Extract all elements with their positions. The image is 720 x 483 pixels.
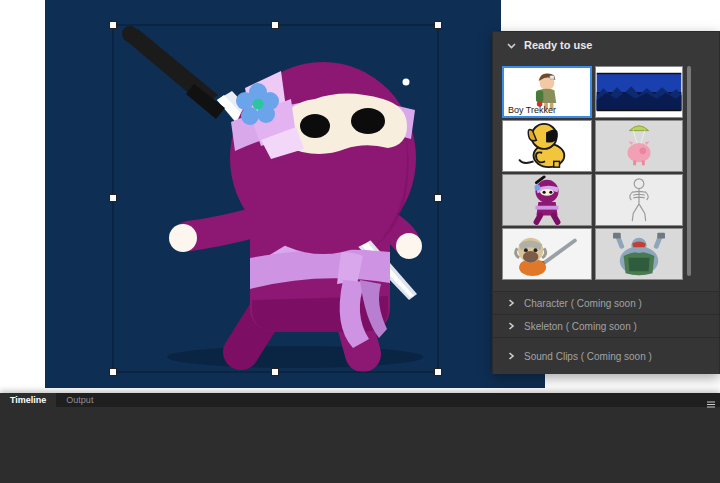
thumbnail-warrior-dog[interactable] bbox=[502, 228, 592, 280]
panel-scrollbar[interactable] bbox=[687, 66, 691, 276]
ninja-shadow bbox=[167, 346, 423, 368]
chevron-down-icon bbox=[507, 41, 516, 50]
panel-header-label: Ready to use bbox=[524, 39, 592, 51]
thumbnail-pig-parachute[interactable] bbox=[595, 120, 683, 172]
chevron-right-icon bbox=[507, 352, 515, 360]
tab-timeline[interactable]: Timeline bbox=[0, 393, 56, 407]
thumbnail-mountain-scene[interactable] bbox=[595, 66, 683, 118]
thumbnail-skeleton-sketch[interactable] bbox=[595, 174, 683, 226]
timeline-tab-bar: Timeline Output bbox=[0, 393, 720, 407]
panel-section[interactable]: Skeleton ( Coming soon ) bbox=[493, 314, 719, 337]
tab-output[interactable]: Output bbox=[56, 393, 103, 407]
chevron-right-icon bbox=[507, 299, 515, 307]
chevron-right-icon bbox=[507, 322, 515, 330]
background bbox=[501, 0, 720, 31]
stage-canvas[interactable] bbox=[45, 0, 545, 388]
assets-panel: Ready to use Boy Trekker bbox=[492, 31, 720, 374]
panel-header-ready-to-use[interactable]: Ready to use bbox=[493, 32, 719, 58]
thumbnail-purple-ninja[interactable] bbox=[502, 174, 592, 226]
ninja-character[interactable] bbox=[45, 0, 545, 388]
thumbnail-yellow-dog[interactable] bbox=[502, 120, 592, 172]
section-label: Character ( Coming soon ) bbox=[524, 298, 642, 309]
panel-section[interactable]: Character ( Coming soon ) bbox=[493, 291, 719, 314]
thumbnail-label: Boy Trekker bbox=[508, 105, 556, 115]
thumbnail-turtle-shooter[interactable] bbox=[595, 228, 683, 280]
menu-icon[interactable] bbox=[706, 395, 716, 413]
panel-section[interactable]: Sound Clips ( Coming soon ) bbox=[493, 337, 719, 374]
section-label: Sound Clips ( Coming soon ) bbox=[524, 351, 652, 362]
thumbnail-boy-trekker[interactable]: Boy Trekker bbox=[502, 66, 592, 118]
section-label: Skeleton ( Coming soon ) bbox=[524, 321, 637, 332]
timeline-panel: Timeline Output 510152025303540455055606… bbox=[0, 393, 720, 483]
transform-origin-dot[interactable] bbox=[403, 79, 410, 86]
